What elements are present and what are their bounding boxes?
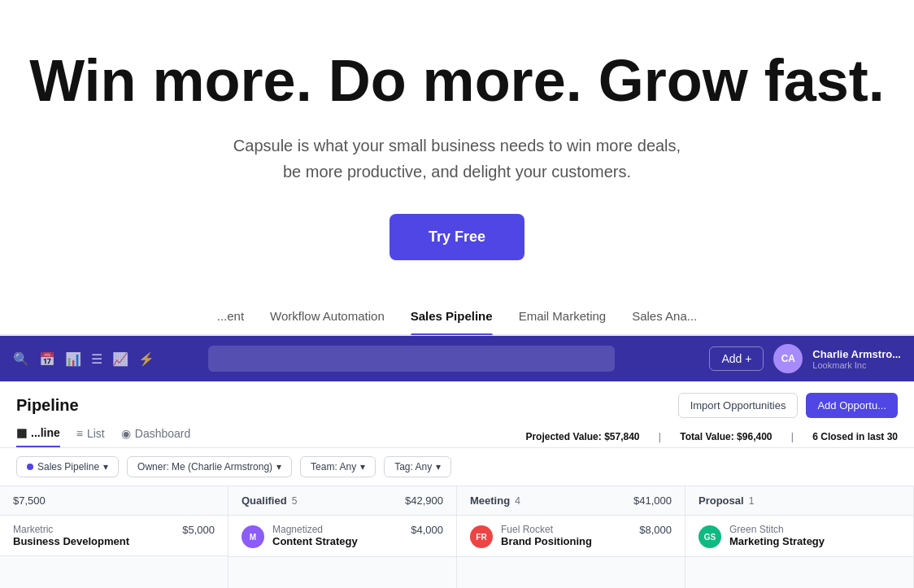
col-header-proposal: Proposal 1 xyxy=(686,486,913,516)
user-info: Charlie Armstro... Lookmark Inc xyxy=(812,348,901,370)
search-icon[interactable]: 🔍 xyxy=(13,351,29,367)
avatar: M xyxy=(242,525,264,548)
line-chart-icon[interactable]: 📈 xyxy=(112,351,128,367)
col-amount-0: $7,500 xyxy=(13,494,46,507)
card-amount-qualified: $4,000 xyxy=(411,524,443,536)
avatar: GS xyxy=(699,525,721,548)
feature-tab-nav: ...ent Workflow Automation Sales Pipelin… xyxy=(0,293,914,335)
kanban-col-qualified: Qualified 5 $42,900 M Magnetized Content… xyxy=(228,486,457,588)
card-body-meeting: Fuel Rocket Brand Positioning xyxy=(501,524,631,547)
table-row: M Magnetized Content Strategy $4,000 xyxy=(228,516,456,557)
col-amount-qualified: $42,900 xyxy=(405,494,443,507)
user-name: Charlie Armstro... xyxy=(812,348,901,360)
topbar-search-bar[interactable] xyxy=(208,346,615,372)
app-topbar: 🔍 📅 📊 ☰ 📈 ⚡ Add + CA Charlie Armstro... … xyxy=(0,336,914,381)
chart-icon[interactable]: 📊 xyxy=(65,351,81,367)
bolt-icon[interactable]: ⚡ xyxy=(138,351,155,367)
hero-subtitle: Capsule is what your small business need… xyxy=(16,133,898,185)
pipeline-top-row: Pipeline Import Opportunities Add Opport… xyxy=(16,393,898,418)
col-count-qualified: 5 xyxy=(292,495,298,507)
card-company-qualified: Magnetized xyxy=(272,524,403,535)
col-header-qualified: Qualified 5 $42,900 xyxy=(228,486,456,516)
kanban-col-proposal: Proposal 1 GS Green Stitch Marketing Str… xyxy=(686,486,914,588)
chevron-down-icon: ▾ xyxy=(103,461,108,473)
topbar-right: Add + CA Charlie Armstro... Lookmark Inc xyxy=(709,344,901,373)
col-title-proposal: Proposal xyxy=(699,494,744,507)
calendar-icon[interactable]: 📅 xyxy=(39,351,55,367)
col-header-meeting: Meeting 4 $41,000 xyxy=(457,486,685,516)
filter-tag[interactable]: Tag: Any ▾ xyxy=(384,456,451,477)
chevron-down-icon: ▾ xyxy=(436,461,441,473)
card-company-proposal: Green Stitch xyxy=(729,524,900,535)
table-row: Marketric Business Development $5,000 xyxy=(0,516,228,556)
col-count-meeting: 4 xyxy=(515,495,520,507)
pipeline-header: Pipeline Import Opportunities Add Opport… xyxy=(0,381,914,448)
card-body-0: Marketric Business Development xyxy=(13,524,174,547)
pipeline-view-tab-dashboard[interactable]: ◉ Dashboard xyxy=(121,427,191,446)
kanban-col-meeting: Meeting 4 $41,000 FR Fuel Rocket Brand P… xyxy=(457,486,686,588)
col-amount-meeting: $41,000 xyxy=(633,494,672,507)
tab-contact[interactable]: ...ent xyxy=(217,309,244,334)
app-frame: 🔍 📅 📊 ☰ 📈 ⚡ Add + CA Charlie Armstro... … xyxy=(0,335,914,588)
card-name-qualified: Content Strategy xyxy=(272,535,403,547)
table-row: FR Fuel Rocket Brand Positioning $8,000 xyxy=(457,516,685,557)
import-opportunities-button[interactable]: Import Opportunities xyxy=(678,393,799,418)
filters-row: Sales Pipeline ▾ Owner: Me (Charlie Arms… xyxy=(0,448,914,486)
closed-count: 6 Closed in last 30 xyxy=(812,431,898,442)
filter-team[interactable]: Team: Any ▾ xyxy=(300,456,376,477)
avatar: FR xyxy=(470,525,493,548)
tab-sales-analytics[interactable]: Sales Ana... xyxy=(632,309,697,334)
pipeline-icon: ▦ xyxy=(16,426,27,439)
card-body-proposal: Green Stitch Marketing Strategy xyxy=(729,524,900,547)
list-icon[interactable]: ☰ xyxy=(91,351,102,367)
tab-email-marketing[interactable]: Email Marketing xyxy=(519,309,607,334)
col-count-proposal: 1 xyxy=(749,495,755,507)
chevron-down-icon: ▾ xyxy=(360,461,365,473)
dashboard-icon: ◉ xyxy=(121,427,131,440)
filter-sales-pipeline[interactable]: Sales Pipeline ▾ xyxy=(16,456,119,477)
filter-owner[interactable]: Owner: Me (Charlie Armstrong) ▾ xyxy=(127,456,292,477)
pipeline-tabs-row: ▦ ...line ≡ List ◉ Dashboard Projected V… xyxy=(16,426,898,447)
table-row: GS Green Stitch Marketing Strategy xyxy=(686,516,913,557)
card-amount-meeting: $8,000 xyxy=(639,524,672,536)
pipeline-view-tab-pipeline[interactable]: ▦ ...line xyxy=(16,426,60,447)
pipeline-title: Pipeline xyxy=(16,396,79,415)
filter-dot xyxy=(27,464,33,470)
card-company-meeting: Fuel Rocket xyxy=(501,524,631,535)
pipeline-view-tabs: ▦ ...line ≡ List ◉ Dashboard xyxy=(16,426,190,447)
topbar-icons: 🔍 📅 📊 ☰ 📈 ⚡ xyxy=(13,351,155,367)
hero-title: Win more. Do more. Grow fast. xyxy=(16,49,898,113)
col-title-qualified: Qualified xyxy=(242,494,287,507)
card-name-proposal: Marketing Strategy xyxy=(729,535,900,547)
col-title-meeting: Meeting xyxy=(470,494,510,507)
list-view-icon: ≡ xyxy=(76,427,83,440)
user-avatar: CA xyxy=(773,344,803,373)
kanban-col-0: $7,500 Marketric Business Development $5… xyxy=(0,486,228,588)
user-company: Lookmark Inc xyxy=(812,360,901,370)
tab-workflow-automation[interactable]: Workflow Automation xyxy=(270,309,385,334)
col-header-0: $7,500 xyxy=(0,486,228,516)
card-company-0: Marketric xyxy=(13,524,174,535)
chevron-down-icon: ▾ xyxy=(276,461,281,473)
hero-section: Win more. Do more. Grow fast. Capsule is… xyxy=(0,0,914,293)
pipeline-view-tab-list[interactable]: ≡ List xyxy=(76,427,105,446)
total-value: Total Value: $96,400 xyxy=(680,431,772,442)
pipeline-stats: Projected Value: $57,840 | Total Value: … xyxy=(525,431,898,442)
add-button[interactable]: Add + xyxy=(709,346,764,371)
card-amount-val-0: $5,000 xyxy=(182,524,215,536)
kanban-board: $7,500 Marketric Business Development $5… xyxy=(0,486,914,588)
try-free-button[interactable]: Try Free xyxy=(390,214,524,260)
add-opportunity-button[interactable]: Add Opportu... xyxy=(806,393,898,418)
card-body-qualified: Magnetized Content Strategy xyxy=(272,524,403,547)
tab-sales-pipeline[interactable]: Sales Pipeline xyxy=(411,309,493,334)
pipeline-actions: Import Opportunities Add Opportu... xyxy=(678,393,898,418)
projected-value: Projected Value: $57,840 xyxy=(525,431,639,442)
card-name-0: Business Development xyxy=(13,535,174,547)
card-name-meeting: Brand Positioning xyxy=(501,535,631,547)
